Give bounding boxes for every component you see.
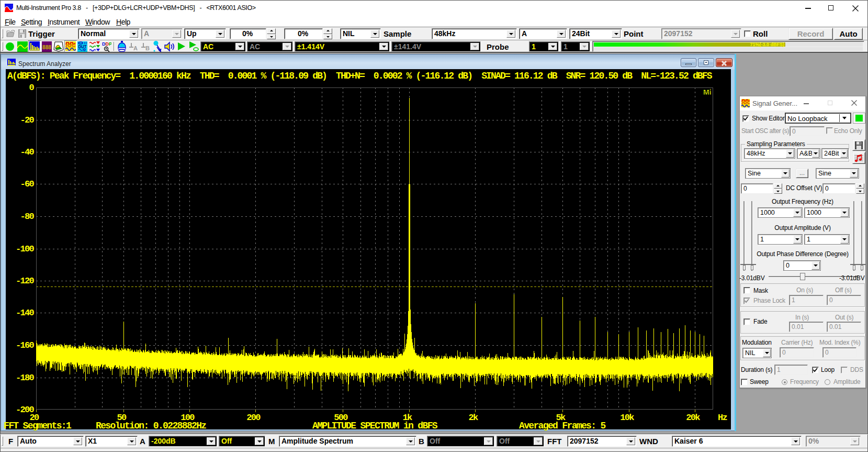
svg-text:DUT: DUT (78, 44, 87, 49)
svg-text:A: A (133, 45, 138, 51)
svg-text:B: B (145, 45, 150, 51)
svg-text:DDP: DDP (102, 41, 111, 47)
svg-text:Mi: Mi (703, 89, 712, 95)
svg-text:888: 888 (42, 44, 51, 50)
